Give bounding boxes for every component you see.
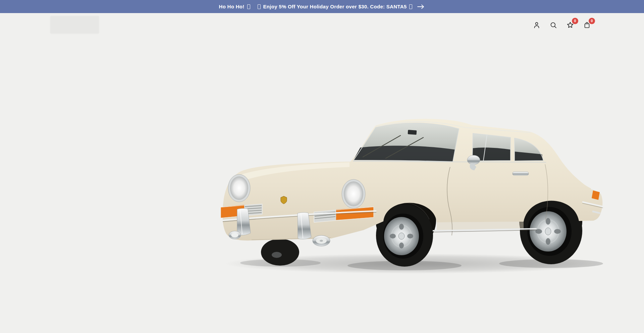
site-header: 0 0 bbox=[0, 13, 644, 37]
cart-button[interactable]: 0 bbox=[583, 21, 591, 29]
wishlist-count-badge: 0 bbox=[572, 18, 578, 24]
user-icon bbox=[533, 21, 541, 29]
cart-count-badge: 0 bbox=[589, 18, 595, 24]
missing-emoji-box bbox=[247, 4, 250, 9]
car-windows bbox=[353, 122, 546, 162]
announcement-greeting: Ho Ho Ho! bbox=[219, 4, 245, 9]
far-side-wheel bbox=[261, 239, 299, 266]
search-button[interactable] bbox=[549, 21, 557, 29]
wishlist-button[interactable]: 0 bbox=[566, 21, 574, 29]
product-hero-image[interactable] bbox=[218, 114, 610, 275]
announcement-bar[interactable]: Ho Ho Ho! Enjoy 5% Off Your Holiday Orde… bbox=[0, 0, 644, 13]
account-button[interactable] bbox=[533, 21, 541, 29]
porsche-911-model-car-illustration bbox=[218, 114, 610, 275]
arrow-right-icon[interactable] bbox=[417, 4, 425, 9]
announcement-message: Enjoy 5% Off Your Holiday Order over $30… bbox=[263, 4, 407, 9]
missing-emoji-box bbox=[409, 4, 412, 9]
header-actions: 0 0 bbox=[533, 21, 591, 29]
missing-emoji-box bbox=[258, 4, 261, 9]
store-logo-placeholder[interactable] bbox=[50, 16, 99, 34]
search-icon bbox=[549, 21, 557, 29]
